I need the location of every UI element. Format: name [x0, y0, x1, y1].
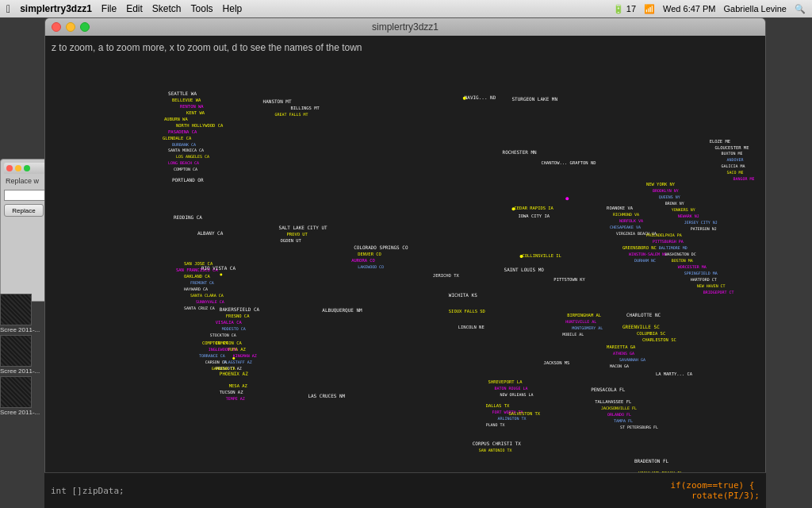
svg-text:JACKSONVILLE FL: JACKSONVILLE FL	[601, 406, 637, 410]
svg-text:RICHMOND VA: RICHMOND VA	[613, 212, 639, 217]
svg-text:NEW ORLEANS LA: NEW ORLEANS LA	[500, 392, 534, 397]
svg-text:KENT WA: KENT WA	[186, 110, 205, 115]
svg-text:COLLINSVILLE IL: COLLINSVILLE IL	[522, 253, 561, 258]
svg-text:TEMPE AZ: TEMPE AZ	[226, 396, 245, 401]
thumb-label-2: Scree 2011-...	[0, 368, 40, 375]
svg-point-140	[220, 273, 222, 275]
wifi-icon: 📶	[644, 4, 655, 14]
svg-text:HANSTON MT: HANSTON MT	[263, 98, 292, 104]
svg-text:BOSTON MA: BOSTON MA	[672, 258, 693, 263]
svg-text:BALTIMORE MD: BALTIMORE MD	[659, 245, 688, 250]
svg-text:HAYWARD CA: HAYWARD CA	[184, 287, 208, 291]
window-close-btn[interactable]	[52, 22, 61, 32]
svg-text:HARTFORD CT: HARTFORD CT	[691, 277, 717, 282]
svg-text:BRADENTON FL: BRADENTON FL	[634, 458, 669, 464]
svg-text:GARDENA CA: GARDENA CA	[212, 366, 236, 371]
svg-text:ATHENS GA: ATHENS GA	[613, 351, 634, 356]
window-title: simplertry3dzz1	[372, 21, 439, 33]
svg-text:SANTA CRUZ CA: SANTA CRUZ CA	[184, 306, 215, 310]
svg-text:CHANTOW... GRAFTON ND: CHANTOW... GRAFTON ND	[541, 160, 596, 165]
svg-text:CHESAPEAKE VA: CHESAPEAKE VA	[610, 225, 641, 229]
svg-text:ALBANY CA: ALBANY CA	[197, 230, 224, 236]
map-canvas[interactable]: z to zoom, a to zoom more, x to zoom out…	[45, 36, 765, 489]
svg-text:GREENSBORO NC: GREENSBORO NC	[622, 245, 657, 250]
svg-text:PASADENA CA: PASADENA CA	[168, 129, 197, 134]
svg-text:MESA AZ: MESA AZ	[229, 383, 248, 388]
svg-point-136	[463, 97, 466, 100]
svg-text:RIO VISTA CA: RIO VISTA CA	[201, 265, 236, 271]
svg-text:SANTA MONICA CA: SANTA MONICA CA	[168, 148, 204, 152]
code-area: int []zipData; if(zoom==true) { rotate(P…	[44, 472, 766, 508]
svg-point-138	[512, 207, 515, 210]
menu-file[interactable]: File	[102, 3, 117, 14]
replace-input[interactable]	[4, 190, 48, 201]
app-name-menu[interactable]: simplertry3dzz1	[20, 3, 92, 14]
spotlight-icon[interactable]: 🔍	[795, 4, 806, 14]
svg-text:BAKERSFIELD CA: BAKERSFIELD CA	[220, 306, 260, 312]
svg-text:SALT LAKE CITY UT: SALT LAKE CITY UT	[279, 225, 327, 230]
svg-text:WICHITA KS: WICHITA KS	[449, 292, 477, 298]
svg-text:DENVER CO: DENVER CO	[358, 252, 381, 256]
svg-text:CORPUS CHRISTI TX: CORPUS CHRISTI TX	[473, 441, 521, 446]
svg-text:CARSON CA: CARSON CA	[205, 360, 227, 364]
hint-text: z to zoom, a to zoom more, x to zoom out…	[52, 42, 362, 53]
svg-text:SIOUX FALLS SD: SIOUX FALLS SD	[449, 309, 485, 314]
svg-text:STOCKTON CA: STOCKTON CA	[210, 333, 236, 337]
svg-text:FREMONT CA: FREMONT CA	[190, 280, 214, 285]
dialog-max-btn[interactable]	[24, 165, 30, 171]
svg-text:DALLAS TX: DALLAS TX	[486, 403, 510, 408]
svg-text:SAVANNAH GA: SAVANNAH GA	[619, 357, 645, 362]
replace-button[interactable]: Replace	[4, 204, 44, 217]
dialog-close-btn[interactable]	[6, 165, 13, 171]
svg-text:SEATTLE WA: SEATTLE WA	[168, 90, 197, 96]
svg-text:WASHINGTON DC: WASHINGTON DC	[665, 252, 696, 256]
menu-help[interactable]: Help	[223, 3, 243, 14]
svg-text:SAN ANTONIO TX: SAN ANTONIO TX	[479, 448, 512, 452]
apple-menu[interactable]: 	[6, 2, 10, 15]
svg-text:OAKLAND CA: OAKLAND CA	[184, 274, 211, 279]
svg-text:BANGOR ME: BANGOR ME	[733, 176, 755, 181]
svg-text:ORLANDO FL: ORLANDO FL	[607, 412, 631, 417]
window-max-btn[interactable]	[80, 22, 90, 32]
svg-point-141	[232, 357, 235, 360]
svg-text:JACKSON MS: JACKSON MS	[543, 360, 569, 365]
svg-text:COLORADO SPRINGS CO: COLORADO SPRINGS CO	[354, 244, 408, 250]
svg-text:REDDING CA: REDDING CA	[174, 214, 202, 220]
svg-text:MODESTO CA: MODESTO CA	[222, 326, 246, 331]
svg-text:SAINT LOUIS MO: SAINT LOUIS MO	[504, 267, 545, 272]
svg-text:GLOUCESTER ME: GLOUCESTER ME	[715, 145, 749, 150]
svg-text:LA MARTY... CA: LA MARTY... CA	[656, 371, 693, 376]
window-min-btn[interactable]	[66, 22, 75, 32]
menu-sketch[interactable]: Sketch	[152, 3, 182, 14]
svg-text:PITTSBURGH PA: PITTSBURGH PA	[653, 239, 684, 244]
thumb-image-2[interactable]	[0, 335, 32, 367]
svg-text:PITTSTOWN KY: PITTSTOWN KY	[553, 277, 585, 282]
user-name: Gabriella Levine	[724, 4, 787, 13]
svg-text:BRONX NY: BRONX NY	[665, 201, 684, 206]
svg-text:ROCHESTER MN: ROCHESTER MN	[503, 149, 538, 155]
code-text-left: int []zipData;	[51, 486, 124, 496]
replace-dialog-titlebar	[4, 163, 48, 174]
dialog-min-btn[interactable]	[15, 165, 21, 171]
svg-text:SPRINGFIELD MA: SPRINGFIELD MA	[684, 271, 718, 275]
svg-text:NORFOLK VA: NORFOLK VA	[619, 218, 643, 223]
svg-text:AURORA CO: AURORA CO	[351, 258, 375, 263]
svg-point-137	[565, 197, 569, 200]
menu-edit[interactable]: Edit	[126, 3, 143, 14]
thumb-image-1[interactable]	[0, 294, 32, 325]
svg-text:PENSACOLA FL: PENSACOLA FL	[591, 387, 626, 392]
svg-text:GALICIA MA: GALICIA MA	[722, 164, 745, 168]
svg-text:NAVIG... ND: NAVIG... ND	[465, 94, 496, 100]
svg-text:ELOZE ME: ELOZE ME	[710, 139, 730, 144]
svg-text:CHARLOTTE NC: CHARLOTTE NC	[626, 312, 661, 318]
thumb-image-3[interactable]	[0, 376, 32, 408]
svg-text:TUCSON AZ: TUCSON AZ	[220, 390, 243, 394]
svg-text:LINCOLN NE: LINCOLN NE	[458, 325, 485, 329]
svg-text:ST PETERSBURG FL: ST PETERSBURG FL	[620, 425, 658, 429]
svg-text:FLAGSTAFF AZ: FLAGSTAFF AZ	[224, 360, 252, 364]
svg-text:ANDOVER: ANDOVER	[727, 157, 744, 162]
svg-text:PLANO TX: PLANO TX	[486, 422, 505, 427]
menu-tools[interactable]: Tools	[191, 3, 213, 14]
svg-text:STURGEON LAKE MN: STURGEON LAKE MN	[512, 96, 558, 102]
svg-text:CEDAR RAPIDS IA: CEDAR RAPIDS IA	[515, 206, 554, 210]
